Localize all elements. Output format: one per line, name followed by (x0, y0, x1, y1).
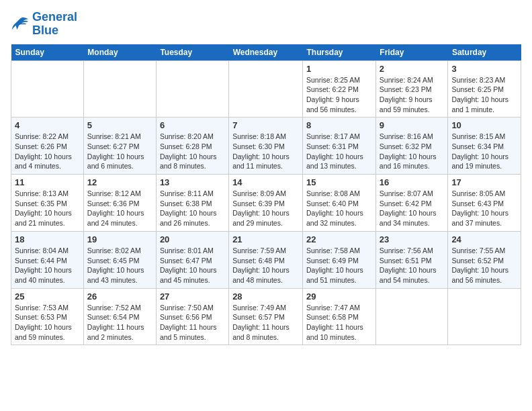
weekday-header: Saturday (448, 44, 521, 61)
calendar-cell: 12Sunrise: 8:12 AMSunset: 6:36 PMDayligh… (83, 175, 156, 232)
day-info: Sunrise: 7:52 AMSunset: 6:54 PMDaylight:… (87, 303, 152, 342)
day-info: Sunrise: 8:07 AMSunset: 6:42 PMDaylight:… (380, 189, 445, 228)
day-number: 13 (160, 177, 225, 187)
calendar-cell (448, 288, 521, 345)
day-number: 26 (87, 291, 152, 302)
calendar-cell: 23Sunrise: 7:56 AMSunset: 6:51 PMDayligh… (375, 231, 448, 288)
calendar-cell: 16Sunrise: 8:07 AMSunset: 6:42 PMDayligh… (375, 175, 448, 232)
day-number: 2 (380, 64, 445, 74)
day-number: 5 (87, 120, 152, 130)
day-number: 24 (451, 234, 517, 244)
logo-text: General Blue (32, 11, 77, 38)
day-info: Sunrise: 7:58 AMSunset: 6:49 PMDaylight:… (306, 246, 372, 285)
day-info: Sunrise: 8:12 AMSunset: 6:36 PMDaylight:… (87, 189, 152, 228)
day-info: Sunrise: 8:20 AMSunset: 6:28 PMDaylight:… (160, 132, 225, 171)
day-number: 21 (232, 234, 299, 244)
day-number: 6 (160, 120, 225, 130)
day-number: 11 (15, 177, 80, 187)
calendar-cell: 19Sunrise: 8:02 AMSunset: 6:45 PMDayligh… (83, 231, 156, 288)
calendar-cell (156, 60, 228, 118)
day-info: Sunrise: 8:21 AMSunset: 6:27 PMDaylight:… (87, 132, 152, 171)
day-info: Sunrise: 8:24 AMSunset: 6:23 PMDaylight:… (380, 75, 445, 115)
calendar-cell: 10Sunrise: 8:15 AMSunset: 6:34 PMDayligh… (448, 118, 521, 175)
day-number: 28 (232, 291, 299, 302)
day-info: Sunrise: 8:17 AMSunset: 6:31 PMDaylight:… (306, 132, 372, 171)
calendar-week-row: 1Sunrise: 8:25 AMSunset: 6:22 PMDaylight… (11, 60, 521, 118)
day-info: Sunrise: 8:13 AMSunset: 6:35 PMDaylight:… (15, 189, 80, 228)
calendar-cell: 15Sunrise: 8:08 AMSunset: 6:40 PMDayligh… (303, 175, 376, 232)
weekday-header: Tuesday (156, 44, 228, 61)
calendar-cell: 6Sunrise: 8:20 AMSunset: 6:28 PMDaylight… (156, 118, 228, 175)
calendar-cell: 8Sunrise: 8:17 AMSunset: 6:31 PMDaylight… (303, 118, 376, 175)
day-number: 19 (87, 234, 152, 244)
day-info: Sunrise: 8:16 AMSunset: 6:32 PMDaylight:… (380, 132, 445, 171)
day-info: Sunrise: 8:08 AMSunset: 6:40 PMDaylight:… (306, 189, 372, 228)
calendar-cell: 26Sunrise: 7:52 AMSunset: 6:54 PMDayligh… (83, 288, 156, 345)
logo-bird-icon (11, 16, 30, 32)
day-number: 29 (306, 291, 372, 302)
calendar-week-row: 11Sunrise: 8:13 AMSunset: 6:35 PMDayligh… (11, 175, 521, 232)
calendar-week-row: 18Sunrise: 8:04 AMSunset: 6:44 PMDayligh… (11, 231, 521, 288)
day-number: 18 (15, 234, 80, 244)
calendar-cell: 28Sunrise: 7:49 AMSunset: 6:57 PMDayligh… (229, 288, 303, 345)
day-number: 15 (306, 177, 372, 187)
weekday-header: Sunday (11, 44, 84, 61)
calendar-cell (375, 288, 448, 345)
day-number: 4 (15, 120, 80, 130)
weekday-header: Thursday (303, 44, 376, 61)
calendar-cell: 20Sunrise: 8:01 AMSunset: 6:47 PMDayligh… (156, 231, 228, 288)
calendar-cell (83, 60, 156, 118)
day-info: Sunrise: 8:25 AMSunset: 6:22 PMDaylight:… (306, 75, 372, 115)
day-info: Sunrise: 8:02 AMSunset: 6:45 PMDaylight:… (87, 246, 152, 285)
day-number: 7 (232, 120, 299, 130)
calendar-cell: 29Sunrise: 7:47 AMSunset: 6:58 PMDayligh… (303, 288, 376, 345)
day-number: 3 (451, 64, 517, 74)
day-info: Sunrise: 8:23 AMSunset: 6:25 PMDaylight:… (451, 75, 517, 115)
calendar-cell: 5Sunrise: 8:21 AMSunset: 6:27 PMDaylight… (83, 118, 156, 175)
calendar-cell: 1Sunrise: 8:25 AMSunset: 6:22 PMDaylight… (303, 60, 376, 118)
day-info: Sunrise: 8:04 AMSunset: 6:44 PMDaylight:… (15, 246, 80, 285)
calendar-table: SundayMondayTuesdayWednesdayThursdayFrid… (11, 44, 521, 346)
calendar-cell: 18Sunrise: 8:04 AMSunset: 6:44 PMDayligh… (11, 231, 84, 288)
day-number: 8 (306, 120, 372, 130)
day-info: Sunrise: 7:59 AMSunset: 6:48 PMDaylight:… (232, 246, 299, 285)
day-number: 14 (232, 177, 299, 187)
day-number: 16 (380, 177, 445, 187)
calendar-cell: 22Sunrise: 7:58 AMSunset: 6:49 PMDayligh… (303, 231, 376, 288)
day-number: 17 (451, 177, 517, 187)
weekday-header: Friday (375, 44, 448, 61)
day-info: Sunrise: 7:53 AMSunset: 6:53 PMDaylight:… (15, 303, 80, 342)
calendar-cell: 24Sunrise: 7:55 AMSunset: 6:52 PMDayligh… (448, 231, 521, 288)
day-info: Sunrise: 7:56 AMSunset: 6:51 PMDaylight:… (380, 246, 445, 285)
logo: General Blue (11, 11, 77, 38)
day-info: Sunrise: 8:01 AMSunset: 6:47 PMDaylight:… (160, 246, 225, 285)
day-number: 23 (380, 234, 445, 244)
calendar-cell (229, 60, 303, 118)
day-info: Sunrise: 7:49 AMSunset: 6:57 PMDaylight:… (232, 303, 299, 342)
calendar-cell: 21Sunrise: 7:59 AMSunset: 6:48 PMDayligh… (229, 231, 303, 288)
day-info: Sunrise: 8:22 AMSunset: 6:26 PMDaylight:… (15, 132, 80, 171)
calendar-cell: 4Sunrise: 8:22 AMSunset: 6:26 PMDaylight… (11, 118, 84, 175)
calendar-week-row: 4Sunrise: 8:22 AMSunset: 6:26 PMDaylight… (11, 118, 521, 175)
header: General Blue (11, 11, 521, 38)
day-number: 27 (160, 291, 225, 302)
calendar-cell: 17Sunrise: 8:05 AMSunset: 6:43 PMDayligh… (448, 175, 521, 232)
calendar-cell (11, 60, 84, 118)
day-number: 22 (306, 234, 372, 244)
calendar-body: 1Sunrise: 8:25 AMSunset: 6:22 PMDaylight… (11, 60, 521, 345)
calendar-cell: 11Sunrise: 8:13 AMSunset: 6:35 PMDayligh… (11, 175, 84, 232)
calendar-cell: 7Sunrise: 8:18 AMSunset: 6:30 PMDaylight… (229, 118, 303, 175)
day-number: 12 (87, 177, 152, 187)
calendar-header-row: SundayMondayTuesdayWednesdayThursdayFrid… (11, 44, 521, 61)
day-info: Sunrise: 7:50 AMSunset: 6:56 PMDaylight:… (160, 303, 225, 342)
weekday-header: Monday (83, 44, 156, 61)
calendar-cell: 9Sunrise: 8:16 AMSunset: 6:32 PMDaylight… (375, 118, 448, 175)
day-number: 25 (15, 291, 80, 302)
day-info: Sunrise: 8:15 AMSunset: 6:34 PMDaylight:… (451, 132, 517, 171)
calendar-cell: 13Sunrise: 8:11 AMSunset: 6:38 PMDayligh… (156, 175, 228, 232)
calendar-cell: 2Sunrise: 8:24 AMSunset: 6:23 PMDaylight… (375, 60, 448, 118)
day-info: Sunrise: 7:55 AMSunset: 6:52 PMDaylight:… (451, 246, 517, 285)
day-number: 9 (380, 120, 445, 130)
weekday-header: Wednesday (229, 44, 303, 61)
day-number: 10 (451, 120, 517, 130)
